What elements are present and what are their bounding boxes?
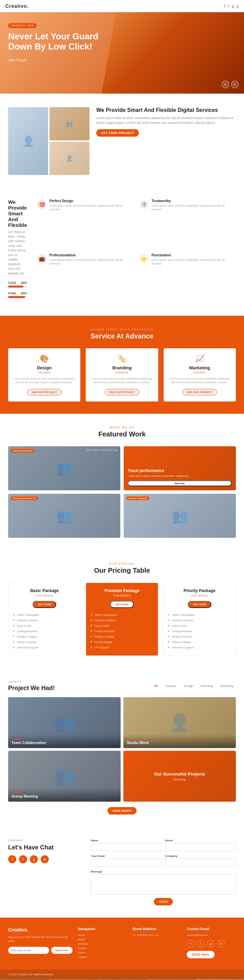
view-more-wrap: VIEW MORE <box>8 807 236 815</box>
skills-section: We Provide Smart And Flexible Let These … <box>0 189 244 316</box>
about-photo-1: 👤 <box>8 107 48 175</box>
pricing-title: Our Pricing Table <box>8 566 236 574</box>
footer-brand: Creativo. Sign up to our RSS and be the … <box>8 927 73 960</box>
project-3-overlay: Branding Group Meeting <box>8 788 120 802</box>
footer-social-g[interactable]: g <box>207 940 214 947</box>
footer-social: f t g in <box>187 940 236 947</box>
premium-price: Free delivery <box>90 594 154 597</box>
basic-btn[interactable]: GET NOW <box>33 601 56 608</box>
nav-twitter[interactable]: t <box>228 4 229 8</box>
service-branding-name: Branding <box>90 365 153 370</box>
footer-social-f[interactable]: f <box>187 940 194 947</box>
contact-grid: CONTACT Let's Have Chat f t g in Name Ab… <box>8 839 236 905</box>
hero-navigation: < > <box>222 81 239 88</box>
view-more-btn[interactable]: VIEW MORE <box>108 807 136 815</box>
hero-link[interactable]: View Project <box>8 58 27 62</box>
feature-prof: 💼 Professionalism Lorem ipsum dolor sit … <box>37 253 134 302</box>
feature-trust: 🛡️ Trustworthy Lorem ipsum dolor sit ame… <box>139 199 236 248</box>
nav-facebook[interactable]: f <box>224 4 225 8</box>
social-linkedin[interactable]: in <box>41 855 49 863</box>
design-desc: Lorem ipsum dolor sit amet consectetur a… <box>49 204 134 211</box>
logo: Creativo. <box>5 3 29 9</box>
about-field: About <box>165 839 236 851</box>
prof-desc: Lorem ipsum dolor sit amet consectetur a… <box>49 258 134 266</box>
pricing-section: OUR PRICING Our Pricing Table Basic Pack… <box>0 550 244 668</box>
newsletter-input[interactable] <box>8 947 49 954</box>
priority-feature-1: 100% Translatable <box>167 612 231 617</box>
work-item-3: 👥 Why they Choose Us! <box>8 494 120 538</box>
work-btn-2[interactable]: Discover <box>128 480 232 486</box>
basic-feature-3: Easy to Edit <box>13 623 77 628</box>
footer-grid: Creativo. Sign up to our RSS and be the … <box>8 927 236 960</box>
premium-feature-6: Priority Display <box>90 639 154 644</box>
contact-section: CONTACT Let's Have Chat f t g in Name Ab… <box>0 827 244 918</box>
skill-css-label: CSS3 80% <box>8 281 27 285</box>
company-field: Company <box>165 854 236 867</box>
email-input[interactable] <box>91 859 162 867</box>
feature-punct: ⭐ Punctuation Lorem ipsum dolor sit amet… <box>139 253 236 302</box>
social-facebook[interactable]: f <box>8 855 16 863</box>
contact-form-wrap: Name About Your Email Company Message <box>91 839 236 905</box>
filter-design[interactable]: Design <box>182 684 195 688</box>
footer-nav-services[interactable]: Services <box>78 942 127 945</box>
contact-tag: CONTACT <box>8 839 83 842</box>
project-2: 👤 Design Studio Work <box>124 697 236 748</box>
newsletter-btn[interactable]: Subscribe <box>51 947 73 954</box>
pricing-premium: Premium Package Free delivery GET NOW 10… <box>86 582 158 656</box>
footer-nav-project[interactable]: Project <box>78 947 127 950</box>
footer-social-in[interactable]: in <box>217 940 225 947</box>
service-branding-desc: Lorem ipsum dolor sit amet consectetur a… <box>90 377 153 384</box>
premium-name: Premium Package <box>90 588 154 593</box>
email-label: Your Email <box>91 854 162 858</box>
priority-feature-4: Coding Required <box>167 628 231 634</box>
footer: Creativo. Sign up to our RSS and be the … <box>0 918 244 969</box>
about-input[interactable] <box>165 843 236 851</box>
footer-nav-contact[interactable]: Contact <box>78 956 127 959</box>
about-photos: 👤 👥 👤 <box>8 107 89 175</box>
premium-btn[interactable]: GET NOW <box>110 601 134 608</box>
filter-marketing[interactable]: Marketing <box>218 684 236 688</box>
about-photo-3: 👤 <box>49 142 89 175</box>
social-twitter[interactable]: t <box>19 855 27 863</box>
service-design-btn[interactable]: SEE OUR PROJECT <box>27 389 62 395</box>
footer-social-t[interactable]: t <box>197 940 204 947</box>
hero-badge: Priority Tag <box>8 23 36 28</box>
basic-price: Free delivery <box>13 594 77 597</box>
priority-feature-7: Extended Support <box>167 644 231 650</box>
featured-grid: 👥 Track performance SEE MORE CAN BE NEXT… <box>8 446 236 538</box>
footer-nav-about[interactable]: About <box>78 938 127 941</box>
hero-prev-btn[interactable]: < <box>222 81 229 88</box>
about-cta-btn[interactable]: GET FREE PROJECT <box>96 129 139 137</box>
footer-nav-home[interactable]: Home <box>78 934 127 937</box>
submit-btn[interactable]: SEND <box>154 898 173 905</box>
contact-info: CONTACT Let's Have Chat f t g in <box>8 839 83 905</box>
filter-branding[interactable]: Branding <box>199 684 215 688</box>
filter-creative[interactable]: Creative <box>163 684 179 688</box>
submit-wrap: SEND <box>91 898 236 905</box>
projects-section: LATEST Project We Had! All Creative Desi… <box>0 668 244 827</box>
filter-all[interactable]: All <box>152 684 160 688</box>
services-tag: UNIQUE ITEMS BUILT PERFECTLY <box>8 328 236 331</box>
priority-btn[interactable]: GET NOW <box>188 601 211 608</box>
footer-nav-motion[interactable]: Motion <box>78 951 127 954</box>
service-marketing-desc: Lorem ipsum dolor sit amet consectetur a… <box>168 377 231 384</box>
company-input[interactable] <box>165 859 236 867</box>
footer-email-title: Contact Email <box>187 927 236 931</box>
social-google[interactable]: g <box>30 855 38 863</box>
nav-google[interactable]: g <box>232 4 234 8</box>
service-design-sub: Innovative <box>13 371 76 374</box>
service-branding-icon: 🏷️ <box>90 354 153 363</box>
work-overlay-2: Track performance Lorem ipsum dolor sit … <box>124 446 236 490</box>
work-badge-4: We are Designers <box>127 496 149 500</box>
copyright: © 2021 Creativo. All Rights Reserved. <box>8 973 54 976</box>
service-marketing-icon: 📈 <box>168 354 231 363</box>
send-mail-btn[interactable]: SEND MAIL <box>187 951 214 958</box>
name-input[interactable] <box>91 843 162 851</box>
service-design-desc: Lorem ipsum dolor sit amet consectetur a… <box>13 377 76 384</box>
service-branding-btn[interactable]: SEE OUR PROJECT <box>105 389 139 395</box>
nav-pinterest[interactable]: p <box>236 4 239 8</box>
service-marketing-btn[interactable]: SEE OUR PROJECT <box>182 389 217 395</box>
message-input[interactable] <box>91 874 236 894</box>
hero-next-btn[interactable]: > <box>231 81 239 88</box>
service-design-icon: 🎨 <box>13 354 76 363</box>
